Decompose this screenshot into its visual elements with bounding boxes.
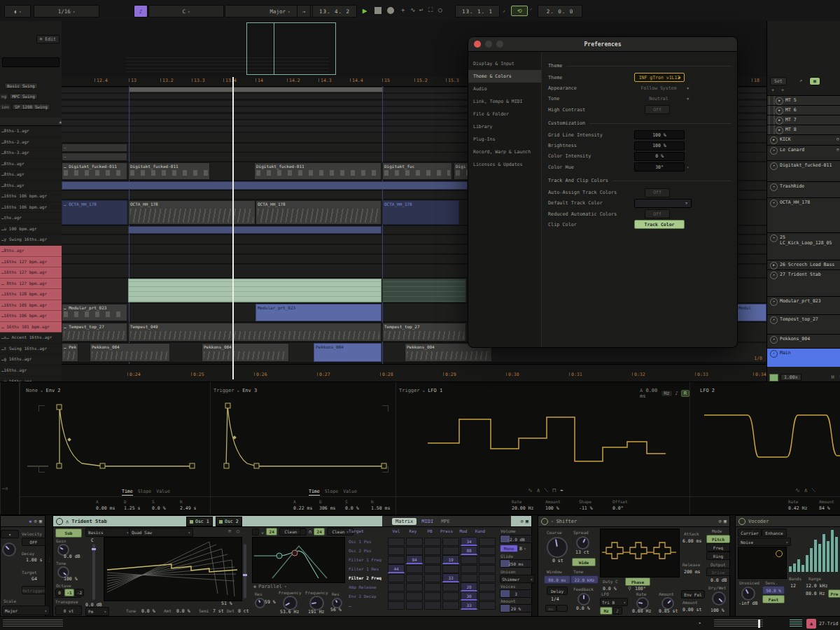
arrangement-clip[interactable]: Pekkons_004: [314, 343, 382, 362]
pref-value[interactable]: Neutral: [634, 95, 683, 103]
wavetable-display[interactable]: [104, 537, 242, 601]
device-scrollbar[interactable]: [714, 620, 763, 628]
phase-value[interactable]: 180°: [635, 586, 646, 592]
circle-icon[interactable]: ○: [237, 528, 239, 534]
feedback-knob[interactable]: [578, 593, 590, 606]
matrix-cell-press[interactable]: 33: [442, 573, 459, 582]
set-button[interactable]: Set: [770, 77, 787, 85]
list-icon[interactable]: ≡: [228, 528, 231, 534]
matrix-col-header[interactable]: Vel: [388, 528, 405, 533]
env3-param[interactable]: R1.50 ms: [371, 499, 397, 511]
preferences-nav-item[interactable]: File & Folder: [468, 108, 541, 120]
minimize-button[interactable]: [485, 41, 492, 48]
chevron-down-icon[interactable]: ▼: [687, 97, 689, 101]
track-freeze-icon[interactable]: ⊖: [836, 136, 839, 142]
matrix-row[interactable]: Osc 2 Pos 88: [349, 546, 497, 555]
sens-value[interactable]: 50.0 %: [762, 586, 785, 594]
pref-value[interactable]: INF gTron v1L12: [634, 73, 685, 82]
loop-toggle[interactable]: ⟲: [511, 6, 528, 16]
spectrum-band[interactable]: [827, 541, 830, 572]
tone-value[interactable]: 22.0 kHz: [570, 575, 598, 584]
groove-file-item[interactable]: …16ths 106 bpm.agr: [0, 202, 62, 214]
arrangement-clip[interactable]: Tempest_049: [128, 323, 382, 342]
groove-file-item[interactable]: … 8ths 127 bpm.agr: [0, 279, 62, 290]
preferences-nav-item[interactable]: Display & Input: [468, 57, 541, 70]
matrix-cell-mod[interactable]: 20: [461, 582, 477, 592]
vocoder-header[interactable]: Vocoder: [736, 516, 840, 527]
groove-file-item[interactable]: …t Swing 16ths.agr: [0, 344, 62, 355]
matrix-cell-pb[interactable]: [424, 565, 441, 573]
lfo1-display[interactable]: [396, 400, 690, 478]
spectrum-band[interactable]: [822, 534, 825, 572]
scale-mode-icon[interactable]: ♪: [134, 5, 148, 18]
track-fold-icon[interactable]: ▾: [770, 316, 778, 324]
tab-midi[interactable]: MIDI: [419, 518, 436, 525]
retrigger-toggle[interactable]: R: [681, 390, 690, 397]
matrix-cell-vel[interactable]: [388, 556, 405, 564]
tab-osc2[interactable]: Osc 2: [216, 517, 242, 526]
spectrum-band[interactable]: [802, 565, 804, 572]
velocity-value[interactable]: OFF: [22, 538, 46, 546]
matrix-cell-mod[interactable]: 88: [461, 546, 477, 555]
lfo1-shape-icons[interactable]: ∿∧⟍⊓⌁: [528, 487, 564, 494]
disable-icon[interactable]: ⊘: [34, 519, 37, 524]
disable-icon[interactable]: ⊘: [521, 519, 524, 524]
preferences-nav-item[interactable]: Link, Tempo & MIDI: [468, 95, 541, 108]
track-row[interactable]: ▶ MT 5: [767, 95, 840, 105]
octave-switch[interactable]: 0 -1 -2: [55, 589, 84, 596]
matrix-cell-press[interactable]: [442, 565, 459, 573]
arrangement-clip[interactable]: [382, 279, 466, 302]
matrix-cell-pb[interactable]: [424, 574, 441, 582]
track-fold-icon[interactable]: ▶: [770, 262, 778, 270]
punch-out-icon[interactable]: ◜: [529, 6, 533, 13]
chevron-down-icon[interactable]: ▼: [678, 76, 680, 80]
matrix-cell-press[interactable]: [442, 538, 459, 546]
save-icon[interactable]: ▣: [526, 519, 528, 524]
disable-icon[interactable]: ⊘: [719, 519, 722, 524]
groove-file-item[interactable]: …8ths.agr: [0, 159, 62, 170]
matrix-cell-pb[interactable]: [424, 547, 441, 555]
matrix-cell-key[interactable]: [406, 565, 423, 573]
groove-file-item[interactable]: …g 16ths.agr: [0, 354, 62, 365]
tab-enhance[interactable]: Enhance: [762, 528, 787, 537]
matrix-cell-key[interactable]: [406, 538, 423, 546]
fast-button[interactable]: Fast: [762, 595, 785, 603]
osc-category-select[interactable]: Basics▾: [85, 528, 132, 537]
filter1-res-knob[interactable]: [255, 598, 265, 608]
save-icon[interactable]: ▣: [39, 519, 42, 524]
groove-file-item[interactable]: …8ths-1.agr: [0, 126, 62, 137]
loop-brace[interactable]: [129, 87, 384, 92]
matrix-cell-press[interactable]: [442, 592, 459, 601]
track-row[interactable]: ▾ Le Canard ⊖: [767, 145, 840, 160]
matrix-row[interactable]: Filter 1 Freq 94 19: [349, 555, 497, 564]
track-fold-icon[interactable]: ▾: [770, 200, 778, 207]
unvoiced-knob[interactable]: [741, 587, 755, 601]
matrix-cell-mod[interactable]: [461, 565, 477, 573]
dry-wet-knob[interactable]: [712, 592, 726, 606]
filter1-freq-knob[interactable]: [283, 596, 298, 610]
groove-file-item[interactable]: …16ths 128 bpm.agr: [0, 289, 62, 300]
preferences-nav-item[interactable]: Theme & Colors: [468, 70, 541, 83]
osc-note[interactable]: C: [91, 538, 94, 543]
decay-value[interactable]: 1.00 s: [26, 557, 42, 563]
env3-tabs[interactable]: TimeSlopeValue: [309, 489, 357, 496]
track-fold-icon[interactable]: ▾: [770, 147, 778, 155]
matrix-row[interactable]: Env 2 Decay 30: [349, 592, 497, 601]
lfo1-param[interactable]: Amount100 %: [545, 499, 579, 511]
track-fold-icon[interactable]: ▶: [776, 117, 783, 125]
tune-value[interactable]: 0.0 %: [141, 608, 155, 614]
unison-amount-slider[interactable]: 29 %: [500, 604, 532, 612]
matrix-cell-key[interactable]: [406, 601, 423, 610]
matrix-cell-key[interactable]: [406, 592, 423, 601]
track-row[interactable]: ▶ MT 7: [767, 115, 840, 125]
glide-slider[interactable]: 250 ms: [500, 559, 532, 568]
env2-param[interactable]: D1.25 s: [124, 499, 152, 511]
release-value[interactable]: 200 ms: [684, 569, 700, 575]
matrix-cell-mod[interactable]: 34: [461, 537, 477, 546]
volume-slider[interactable]: -2.0 dB: [500, 535, 532, 543]
hz-button[interactable]: Hz: [600, 607, 612, 615]
filter2-freq-knob[interactable]: [309, 596, 324, 610]
env-follow-button[interactable]: Env Fol: [681, 590, 705, 598]
tab-mpe[interactable]: MPE: [438, 518, 453, 525]
bands-value[interactable]: 12: [790, 583, 796, 589]
